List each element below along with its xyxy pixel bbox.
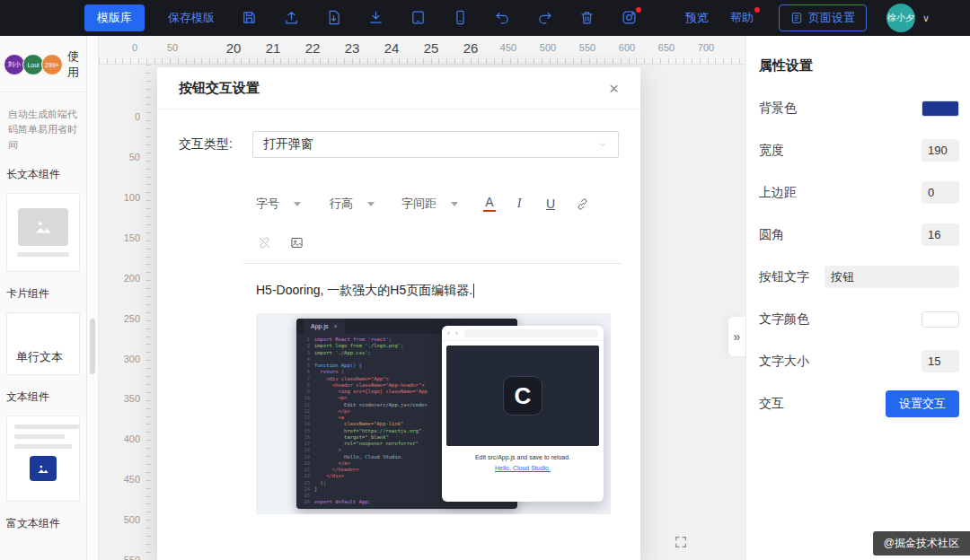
document-icon — [790, 12, 803, 24]
avatar-group: 刘小Loui299+ — [4, 54, 60, 75]
ruler-label: 550 — [579, 42, 595, 53]
width-input[interactable]: 190 — [922, 139, 959, 162]
modal-body: 交互类型: 打开弹窗 字号 行高 字间距 A — [157, 109, 640, 536]
upload-icon[interactable] — [284, 10, 300, 26]
editor-toolbar: 字号 行高 字间距 A I U — [256, 190, 622, 217]
bg-color-label: 背景色 — [759, 101, 797, 117]
save-icon[interactable] — [242, 10, 258, 26]
letter-spacing-dropdown[interactable]: 字间距 — [401, 196, 458, 212]
page-settings-button[interactable]: 页面设置 — [779, 4, 867, 31]
use-label[interactable]: 使用 — [67, 48, 83, 81]
cloud-studio-link[interactable]: Hello, Cloud Studio. — [442, 465, 604, 471]
button-text-input[interactable]: 按钮 — [824, 266, 959, 288]
user-avatar[interactable]: 徐小夕 — [886, 4, 915, 32]
italic-button[interactable]: I — [511, 197, 527, 211]
chevron-down-icon[interactable]: ∨ — [922, 13, 930, 24]
text-cursor — [473, 284, 474, 298]
mobile-icon[interactable] — [453, 10, 469, 26]
bg-color-swatch[interactable] — [922, 101, 959, 117]
richtext-component-label: 富文本组件 — [6, 516, 86, 531]
camera-icon[interactable] — [622, 10, 638, 26]
properties-panel: 属性设置 背景色 宽度 190 上边距 0 圆角 16 按钮文字 按钮 文字颜色… — [745, 36, 970, 560]
fullscreen-icon[interactable] — [674, 535, 690, 551]
text-color-swatch[interactable] — [922, 311, 959, 328]
line-height-dropdown-label: 行高 — [330, 196, 353, 212]
interaction-settings-modal: 按钮交互设置 × 交互类型: 打开弹窗 字号 行高 — [157, 67, 640, 560]
card-component-preview[interactable] — [6, 193, 80, 272]
download-icon[interactable] — [368, 10, 384, 26]
redo-icon[interactable] — [537, 10, 553, 26]
ruler-label: 50 — [129, 152, 140, 162]
watermark: @掘金技术社区 — [873, 531, 970, 556]
code-tab-name: App.js — [311, 323, 328, 329]
margin-top-label: 上边距 — [759, 185, 797, 201]
notification-dot — [636, 7, 641, 13]
font-size-dropdown[interactable]: 字号 — [256, 196, 301, 212]
interaction-label: 交互 — [759, 396, 784, 412]
chevron-down-icon — [597, 139, 608, 150]
caret-down-icon — [451, 202, 458, 206]
set-interaction-button[interactable]: 设置交互 — [886, 390, 959, 417]
ruler-label: 400 — [124, 433, 140, 444]
browser-nav-icons: ‹ › — [447, 329, 460, 337]
ruler-label: 0 — [132, 42, 137, 53]
preview-button[interactable]: 预览 — [685, 10, 709, 26]
editor-text-content: H5-Dooring, 一款强大的H5页面编辑器. — [256, 283, 472, 299]
radius-input[interactable]: 16 — [922, 223, 959, 246]
template-library-button[interactable]: 模版库 — [84, 4, 145, 31]
collaborator-avatar[interactable]: 299+ — [41, 54, 63, 75]
interaction-type-select[interactable]: 打开弹窗 — [252, 131, 619, 158]
longtext-component-preview[interactable]: 自动生成前端代码简单易用省时间 — [0, 107, 86, 153]
ruler-label: 21 — [266, 40, 281, 56]
ruler-label: 450 — [124, 474, 140, 485]
browser-window: ‹ › C Edit src/App.js and save to reload… — [442, 326, 604, 502]
ruler-label: 450 — [500, 42, 516, 53]
ruler-label: 25 — [424, 40, 439, 56]
unlink-icon[interactable] — [256, 236, 272, 249]
export-icon[interactable] — [326, 10, 342, 26]
font-size-input[interactable]: 15 — [922, 350, 959, 372]
ruler-label: 26 — [463, 40, 479, 56]
tab-close-icon: × — [333, 323, 337, 329]
image-icon — [30, 456, 57, 481]
collapse-panel-button[interactable]: » — [728, 316, 745, 357]
caret-down-icon — [367, 202, 375, 206]
ruler-label: 250 — [124, 313, 140, 324]
editor-toolbar-row2 — [256, 232, 622, 253]
toolbar-icon-group — [242, 10, 664, 26]
ruler-label: 200 — [124, 273, 140, 284]
tablet-icon[interactable] — [410, 10, 427, 26]
ruler-label: 300 — [124, 354, 140, 364]
line-height-dropdown[interactable]: 行高 — [330, 196, 375, 212]
ruler-label: 23 — [345, 40, 360, 56]
text-component-preview[interactable]: 单行文本 — [6, 312, 80, 375]
close-icon[interactable]: × — [609, 80, 619, 97]
margin-top-input[interactable]: 0 — [922, 181, 959, 204]
ruler-label: 550 — [124, 555, 140, 560]
component-sidebar: 刘小Loui299+ 使用 自动生成前端代码简单易用省时间 长文本组件 卡片组件… — [0, 36, 87, 560]
skeleton-line — [14, 444, 72, 449]
delete-icon[interactable] — [579, 10, 595, 26]
editor-text[interactable]: H5-Dooring, 一款强大的H5页面编辑器. — [256, 283, 622, 299]
text-color-label: 文字颜色 — [759, 311, 809, 328]
save-template-button[interactable]: 保存模版 — [168, 10, 215, 26]
properties-title: 属性设置 — [759, 57, 959, 74]
link-icon[interactable] — [574, 197, 590, 211]
text-color-button[interactable]: A — [483, 196, 496, 211]
insert-image-icon[interactable] — [288, 236, 304, 249]
ruler-label: 700 — [698, 42, 714, 53]
modal-header: 按钮交互设置 × — [157, 67, 640, 109]
underline-button[interactable]: U — [542, 197, 559, 211]
undo-icon[interactable] — [495, 10, 511, 26]
scrollbar-thumb[interactable] — [90, 319, 95, 374]
cloud-studio-logo: C — [503, 376, 542, 416]
help-button[interactable]: 帮助 — [730, 10, 754, 26]
sidebar-scrollbar[interactable] — [87, 36, 99, 560]
caret-down-icon — [294, 202, 301, 206]
code-tab: App.js × — [304, 319, 345, 334]
richtext-component-preview[interactable] — [6, 416, 80, 502]
content-image: App.js × 1import React from 'react';2imp… — [256, 313, 611, 514]
horizontal-ruler: 05020212223242526450500550600650700 — [99, 36, 745, 65]
ruler-label: 100 — [124, 192, 140, 203]
radius-row: 圆角 16 — [759, 214, 959, 256]
